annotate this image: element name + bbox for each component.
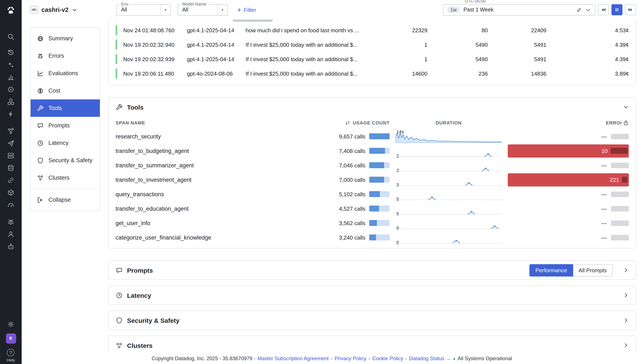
time-range-picker[interactable]: UTC-05:00 1w Past 1 Week bbox=[443, 4, 595, 16]
duration-sparkline bbox=[396, 130, 502, 143]
latency-section-header[interactable]: Latency bbox=[109, 286, 636, 304]
graph-nodes-icon[interactable] bbox=[5, 125, 17, 137]
table-row[interactable]: categorize_user_financial_knowledge3,240… bbox=[109, 230, 636, 245]
package-icon[interactable] bbox=[5, 186, 17, 199]
toggle-all-prompts[interactable]: All Prompts bbox=[573, 264, 613, 276]
error-bar-empty bbox=[611, 206, 629, 211]
time-backward-button[interactable] bbox=[598, 4, 609, 15]
table-row[interactable]: query_transactions5,102 calls5— bbox=[109, 187, 636, 201]
table-row[interactable]: Nov 19 20:02:32.939gpt-4.1-2025-04-14If … bbox=[109, 52, 636, 66]
tool-span-name[interactable]: query_transactions bbox=[116, 191, 277, 197]
rows-icon[interactable] bbox=[5, 150, 17, 162]
time-forward-button[interactable] bbox=[625, 4, 636, 15]
column-header-errors[interactable]: ERRORS bbox=[508, 120, 629, 126]
footer-link[interactable]: Master Subscription Agreement bbox=[258, 356, 329, 362]
sidebar-item-security-safety[interactable]: Security & Safety bbox=[31, 152, 100, 169]
chevron-right-icon[interactable] bbox=[623, 342, 629, 348]
prompts-section-header[interactable]: Prompts Performance All Prompts bbox=[109, 261, 636, 280]
tool-span-name[interactable]: transfer_to_budgeting_agent bbox=[116, 148, 277, 154]
sidebar-item-label: Errors bbox=[49, 53, 64, 59]
trace-model: gpt-4.1-2025-04-14 bbox=[187, 27, 246, 33]
duration-cell: 5 bbox=[396, 230, 502, 245]
usage-bar bbox=[369, 220, 390, 226]
sidebar-item-evaluations[interactable]: Evaluations bbox=[31, 64, 100, 82]
collapse-chevron-icon[interactable] bbox=[623, 104, 629, 110]
tool-span-name[interactable]: categorize_user_financial_knowledge bbox=[116, 234, 277, 240]
table-row[interactable]: transfer_to_investment_agent7,000 calls3… bbox=[109, 172, 636, 187]
table-row[interactable]: transfer_to_summarizer_agent7,046 calls2… bbox=[109, 158, 636, 172]
chevron-right-icon[interactable] bbox=[623, 317, 629, 323]
pause-button[interactable] bbox=[611, 4, 622, 15]
tool-span-name[interactable]: transfer_to_education_agent bbox=[116, 205, 277, 212]
search-icon[interactable] bbox=[5, 30, 17, 43]
gauge-icon[interactable] bbox=[5, 199, 17, 211]
toggle-performance[interactable]: Performance bbox=[529, 264, 573, 276]
column-header-duration[interactable]: DURATION bbox=[396, 120, 502, 125]
app-switcher[interactable]: </> cashri-v2 bbox=[30, 6, 111, 14]
duration-sparkline bbox=[396, 231, 502, 244]
export-icon[interactable] bbox=[623, 120, 629, 126]
sidebar-item-errors[interactable]: Errors bbox=[31, 47, 100, 64]
scrollbar-thumb[interactable] bbox=[233, 20, 273, 22]
sidebar-item-label: Latency bbox=[49, 140, 69, 146]
error-bar-segment bbox=[610, 148, 627, 154]
clusters-section-header[interactable]: Clusters bbox=[109, 336, 636, 355]
table-row[interactable]: Nov 19 20:02:32.940gpt-4.1-2025-04-14If … bbox=[109, 38, 636, 52]
paper-plane-icon[interactable] bbox=[5, 137, 17, 150]
column-header-usage-count[interactable]: USAGE COUNT bbox=[283, 120, 390, 126]
footer-link[interactable]: Datadog Status → bbox=[409, 356, 451, 362]
usage-bar bbox=[369, 133, 390, 139]
security-safety-section-header[interactable]: Security & Safety bbox=[109, 311, 636, 330]
agent-icon[interactable] bbox=[5, 228, 17, 240]
cubes-icon[interactable] bbox=[5, 96, 17, 108]
link-icon[interactable] bbox=[5, 174, 17, 186]
plus-icon: + bbox=[237, 6, 241, 14]
help-button[interactable]: ? Help bbox=[7, 349, 15, 362]
chevron-down-icon[interactable] bbox=[585, 7, 591, 12]
footer-link[interactable]: Cookie Policy bbox=[372, 356, 403, 362]
table-row[interactable]: Nov 19 20:06:11.480gpt-4o-2024-08-06If I… bbox=[109, 66, 636, 81]
tool-span-name[interactable]: transfer_to_investment_agent bbox=[116, 176, 277, 183]
table-row[interactable]: transfer_to_budgeting_agent7,408 calls21… bbox=[109, 144, 636, 158]
table-row[interactable]: transfer_to_education_agent4,527 calls5— bbox=[109, 201, 636, 216]
chevron-right-icon[interactable] bbox=[623, 267, 629, 273]
tool-span-name[interactable]: research_security bbox=[116, 133, 277, 140]
sidebar-collapse-button[interactable]: Collapse bbox=[31, 191, 100, 208]
user-avatar[interactable] bbox=[6, 334, 16, 344]
tools-section-header[interactable]: Tools bbox=[109, 98, 636, 116]
sidebar-item-tools[interactable]: Tools bbox=[31, 100, 100, 117]
bug-icon[interactable] bbox=[5, 216, 17, 228]
table-row[interactable]: Nov 24 01:48:08.760gpt-4.1-2025-04-14how… bbox=[109, 23, 636, 38]
sidebar-item-latency[interactable]: Latency bbox=[31, 134, 100, 152]
chevron-right-icon[interactable] bbox=[623, 292, 629, 298]
sparkles-icon[interactable] bbox=[5, 58, 17, 71]
add-filter-button[interactable]: + Filter bbox=[237, 6, 256, 14]
sidebar-item-clusters[interactable]: Clusters bbox=[31, 169, 100, 186]
traces-table-body: Nov 24 01:48:08.760gpt-4.1-2025-04-14how… bbox=[109, 23, 636, 81]
footer-link[interactable]: Privacy Policy bbox=[335, 356, 366, 362]
column-header-span-name[interactable]: SPAN NAME bbox=[116, 120, 277, 125]
robot-icon[interactable] bbox=[5, 240, 17, 253]
tool-span-name[interactable]: transfer_to_summarizer_agent bbox=[116, 162, 277, 168]
duration-sparkline bbox=[396, 202, 502, 215]
clock-icon bbox=[37, 140, 44, 146]
datadog-logo[interactable] bbox=[5, 4, 17, 16]
table-row[interactable]: get_user_info3,562 calls9— bbox=[109, 216, 636, 230]
model-name-select[interactable]: Model Name All bbox=[178, 4, 228, 16]
sidebar-item-cost[interactable]: Cost bbox=[31, 82, 100, 100]
app-name: cashri-v2 bbox=[42, 6, 69, 13]
history-icon[interactable] bbox=[5, 46, 17, 58]
database-icon[interactable] bbox=[5, 162, 17, 174]
tool-span-name[interactable]: get_user_info bbox=[116, 220, 277, 226]
gear-icon[interactable] bbox=[5, 318, 17, 330]
sidebar-item-prompts[interactable]: Prompts bbox=[31, 117, 100, 134]
target-icon[interactable] bbox=[5, 83, 17, 96]
pin-icon[interactable] bbox=[576, 7, 582, 12]
bar-chart-icon[interactable] bbox=[5, 71, 17, 83]
select-caret-icon bbox=[160, 4, 170, 15]
sidebar-item-summary[interactable]: Summary bbox=[31, 30, 100, 47]
table-row[interactable]: research_security9,657 calls14s— bbox=[109, 129, 636, 144]
lightning-icon[interactable] bbox=[5, 108, 17, 120]
env-select[interactable]: Env All bbox=[116, 4, 171, 16]
duration-cell: 3 bbox=[396, 172, 502, 187]
